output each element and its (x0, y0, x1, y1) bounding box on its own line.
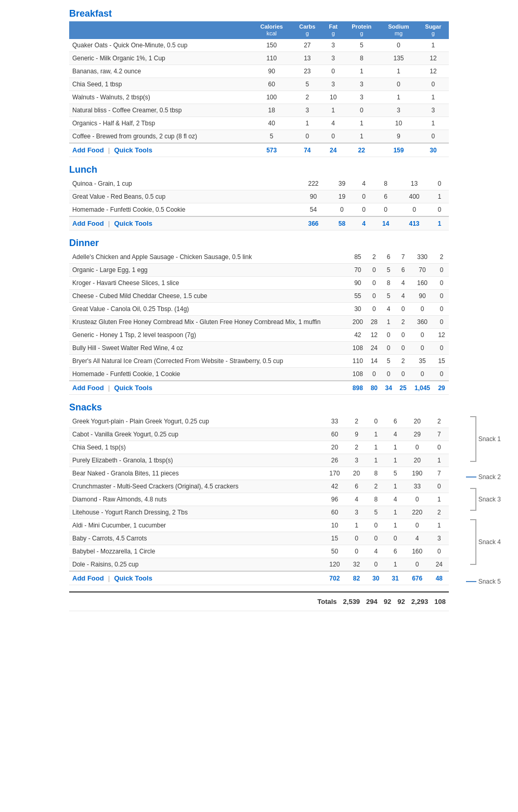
table-row: Purely Elizabeth - Granola, 1 tbsp(s) 26… (69, 454, 449, 467)
sodium-val: 0 (380, 78, 418, 91)
section-totals-row: Add Food | Quick Tools 702 82 30 31 676 … (69, 571, 449, 585)
sodium-val: 330 (410, 251, 434, 264)
sodium-val: 0 (410, 342, 434, 355)
protein-val: 1 (385, 506, 405, 519)
table-row: Quinoa - Grain, 1 cup 222 39 4 8 13 0 (69, 177, 449, 190)
calories-val: 33 (322, 415, 347, 428)
section-total-calories: 573 (252, 143, 292, 157)
sugar-val: 0 (434, 264, 449, 277)
carbs-val: 0 (347, 532, 366, 545)
section-total-carbs: 74 (292, 143, 323, 157)
calories-val: 18 (252, 104, 292, 117)
add-food-link[interactable]: Add Food (72, 384, 104, 392)
calories-val: 10 (322, 519, 347, 532)
sodium-val: 3 (380, 104, 418, 117)
totals-fat: 92 (381, 596, 394, 608)
table-row: Krusteaz Gluten Free Honey Cornbread Mix… (69, 316, 449, 329)
table-row: Greek Yogurt-plain - Plain Greek Yogurt,… (69, 415, 449, 428)
fat-val: 0 (366, 519, 385, 532)
table-row: Great Value - Red Beans, 0.5 cup 90 19 0… (69, 190, 449, 203)
add-food-link[interactable]: Add Food (72, 574, 104, 582)
food-name: Homemade - Funfetti Cookie, 0.5 Cookie (69, 203, 297, 217)
carbs-val: 0 (347, 545, 366, 558)
calories-val: 5 (252, 130, 292, 144)
calories-val: 30 (348, 303, 367, 316)
table-row: Cheese - Cubed Mild Cheddar Cheese, 1.5 … (69, 290, 449, 303)
carbs-val: 14 (367, 355, 381, 368)
food-name: Dole - Raisins, 0.25 cup (69, 558, 322, 572)
sodium-val: 0 (380, 39, 418, 52)
table-row: Bryer's All Natural Ice Cream (Corrected… (69, 355, 449, 368)
fat-val: 0 (355, 190, 373, 203)
food-name: Greek Yogurt-plain - Plain Greek Yogurt,… (69, 415, 322, 428)
protein-val: 6 (373, 190, 398, 203)
section-total-sugar: 30 (418, 143, 449, 157)
fat-val: 6 (381, 251, 396, 264)
sodium-val: 160 (410, 277, 434, 290)
sugar-val: 1 (430, 454, 449, 467)
calories-val: 42 (348, 329, 367, 342)
sodium-val: 190 (405, 467, 430, 480)
sugar-val: 7 (430, 467, 449, 480)
fat-val: 5 (381, 290, 396, 303)
table-row: Great Value - Canola Oil, 0.25 Tbsp. (14… (69, 303, 449, 316)
table-row: Crunchmaster - Multi-Seed Crackers (Orig… (69, 480, 449, 493)
protein-val: 5 (344, 39, 380, 52)
calories-val: 120 (322, 558, 347, 572)
sodium-val: 35 (410, 355, 434, 368)
add-food-link[interactable]: Add Food (72, 220, 104, 227)
food-name: Organic - Large Egg, 1 egg (69, 264, 348, 277)
calories-val: 150 (252, 39, 292, 52)
protein-val: 0 (396, 329, 410, 342)
protein-val: 0 (344, 104, 380, 117)
snack4-bracket (470, 519, 476, 565)
section-total-sugar: 48 (430, 571, 449, 585)
pipe-separator: | (108, 220, 110, 227)
fat-val: 4 (355, 177, 373, 190)
fat-val: 1 (366, 441, 385, 454)
protein-val: 1 (385, 441, 405, 454)
add-food-cell: Add Food | Quick Tools (69, 143, 252, 157)
section-total-fat: 30 (366, 571, 385, 585)
fat-val: 8 (366, 493, 385, 506)
food-name: Bear Naked - Granola Bites, 11 pieces (69, 467, 322, 480)
quick-tools-link[interactable]: Quick Tools (114, 384, 152, 392)
table-row: Bully Hill - Sweet Walter Red Wine, 4 oz… (69, 342, 449, 355)
snacks-rows: Greek Yogurt-plain - Plain Greek Yogurt,… (69, 415, 449, 585)
food-name: Diamond - Raw Almonds, 4.8 nuts (69, 493, 322, 506)
grand-totals-section: Totals 2,539 294 92 92 2,293 108 (69, 589, 449, 611)
carbs-val: 19 (329, 190, 355, 203)
carbs-val: 23 (292, 65, 323, 78)
food-name: Quaker Oats - Quick One-Minute, 0.5 cup (69, 39, 252, 52)
main-container: Breakfast Calorieskcal Carbsg Fatg Prote… (69, 0, 449, 616)
fat-val: 8 (366, 467, 385, 480)
protein-col-header: Proteing (344, 21, 380, 39)
section-total-sodium: 413 (398, 216, 430, 230)
carbs-val: 1 (292, 117, 323, 130)
food-name: Bryer's All Natural Ice Cream (Corrected… (69, 355, 348, 368)
sodium-val: 9 (380, 130, 418, 144)
sodium-val: 0 (410, 368, 434, 381)
add-food-link[interactable]: Add Food (72, 146, 104, 154)
carbs-val: 0 (367, 290, 381, 303)
carbs-val: 0 (367, 303, 381, 316)
table-row: Natural bliss - Coffee Creamer, 0.5 tbsp… (69, 104, 449, 117)
sugar-val: 1 (418, 117, 449, 130)
calories-val: 40 (252, 117, 292, 130)
carbs-val: 39 (329, 177, 355, 190)
sugar-val: 12 (434, 329, 449, 342)
quick-tools-link[interactable]: Quick Tools (114, 574, 152, 582)
section-total-fat: 4 (355, 216, 373, 230)
quick-tools-link[interactable]: Quick Tools (114, 146, 152, 154)
food-name: Organics - Half & Half, 2 Tbsp (69, 117, 252, 130)
section-total-protein: 14 (373, 216, 398, 230)
quick-tools-link[interactable]: Quick Tools (114, 220, 152, 227)
protein-val: 3 (344, 78, 380, 91)
fat-val: 3 (323, 78, 344, 91)
section-total-calories: 898 (348, 381, 367, 395)
totals-calories: 2,539 (340, 596, 364, 608)
sodium-val: 220 (405, 506, 430, 519)
sodium-val: 90 (410, 290, 434, 303)
sodium-val: 1 (380, 65, 418, 78)
sodium-val: 0 (405, 519, 430, 532)
